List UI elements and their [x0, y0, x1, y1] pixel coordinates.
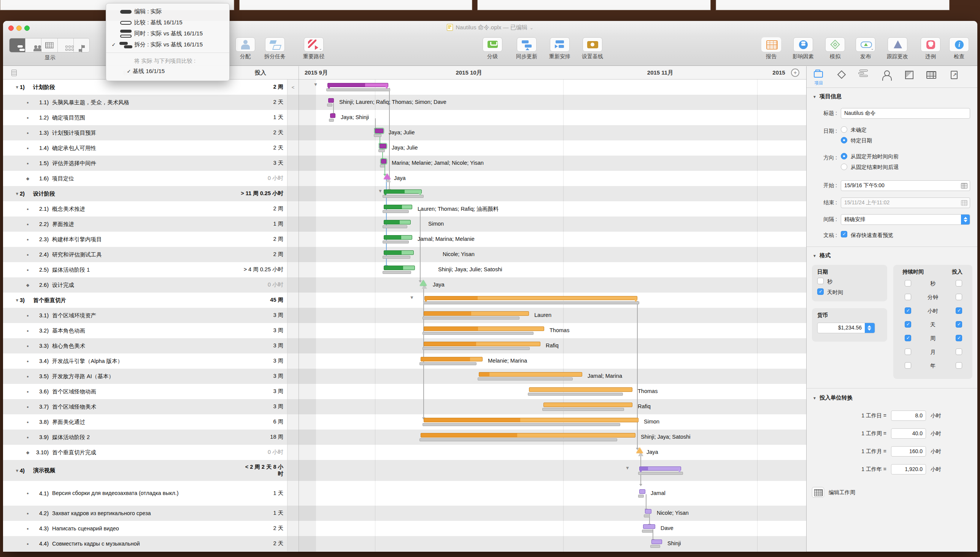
table-row[interactable]: •3.7)首个区域怪物美术3 周: [3, 399, 299, 414]
table-row[interactable]: •3.1)首个区域环境资产3 周: [3, 308, 299, 323]
duration-unit-checkbox[interactable]: [905, 280, 911, 287]
task-bar[interactable]: [424, 418, 639, 422]
duration-unit-checkbox[interactable]: [905, 335, 911, 341]
table-row[interactable]: ▼2)设计阶段> 11 周 0.25 小时: [3, 186, 299, 201]
toolbar-button-track-changes[interactable]: 跟踪更改: [879, 37, 916, 60]
table-row[interactable]: ▼4)演示视频< 2 周 2 天 8 小时: [3, 460, 299, 481]
table-row[interactable]: •3.4)开发战斗引擎（Alpha 版本）3 周: [3, 353, 299, 369]
task-bar[interactable]: [381, 159, 386, 164]
row-marker-icon[interactable]: •: [25, 160, 31, 167]
table-row[interactable]: •4.4)Совместить кадры с музыкальной2 天: [3, 536, 299, 551]
duration-unit-checkbox[interactable]: [905, 294, 911, 300]
granularity-popup[interactable]: 精确安排: [841, 214, 970, 225]
end-date-field[interactable]: 15/11/24 上午11:02: [841, 197, 970, 208]
table-row[interactable]: •3.8)界面美化通过6 周: [3, 414, 299, 430]
project-title-field[interactable]: Nautilus 命令: [841, 108, 970, 119]
task-bar[interactable]: [643, 524, 655, 529]
row-marker-icon[interactable]: ◆: [25, 283, 31, 288]
table-row[interactable]: •3.5)开发敌方寻路 AI（基本）3 周: [3, 369, 299, 384]
row-marker-icon[interactable]: •: [25, 404, 31, 410]
menu-item-baseline[interactable]: ✓基线 16/1/15: [106, 66, 229, 77]
row-marker-icon[interactable]: ◆: [25, 176, 31, 181]
table-row[interactable]: •1.2)确定项目范围1 天: [3, 110, 299, 125]
row-marker-icon[interactable]: •: [25, 358, 31, 365]
effort-conversion-header[interactable]: ▼投入单位转换: [813, 394, 977, 401]
task-bar[interactable]: [384, 189, 422, 194]
effort-unit-checkbox[interactable]: [956, 280, 962, 287]
edit-work-week-label[interactable]: 编辑工作周: [829, 489, 855, 496]
conversion-value-field[interactable]: 40.0: [891, 428, 926, 439]
row-marker-icon[interactable]: •: [25, 236, 31, 243]
date-format-checkbox[interactable]: [817, 288, 824, 295]
task-bar[interactable]: [384, 220, 411, 225]
table-row[interactable]: •4.1)Версия сборки для видеозахвата (отл…: [3, 481, 299, 506]
row-marker-icon[interactable]: ▼: [15, 468, 20, 473]
table-row[interactable]: •1.5)评估并选择中间件3 天: [3, 156, 299, 171]
effort-column-header[interactable]: 投入: [238, 69, 283, 77]
conversion-value-field[interactable]: 1,920.0: [891, 464, 926, 474]
row-marker-icon[interactable]: •: [25, 206, 31, 212]
task-bar[interactable]: [384, 205, 412, 209]
task-bar[interactable]: [529, 387, 632, 392]
effort-unit-checkbox[interactable]: [956, 321, 962, 327]
row-marker-icon[interactable]: •: [25, 388, 31, 395]
row-marker-icon[interactable]: •: [25, 343, 31, 349]
duration-unit-checkbox[interactable]: [905, 308, 911, 314]
table-row[interactable]: •4.2)Захват кадров из вертикального срез…: [3, 506, 299, 521]
row-marker-icon[interactable]: •: [25, 267, 31, 273]
conversion-value-field[interactable]: 160.0: [891, 446, 926, 456]
table-row[interactable]: ▼3)首个垂直切片45 周: [3, 293, 299, 308]
row-marker-icon[interactable]: •: [25, 490, 31, 497]
table-row[interactable]: •2.3)构建样本引擎内项目2 周: [3, 232, 299, 247]
row-marker-icon[interactable]: •: [25, 419, 31, 425]
row-marker-icon[interactable]: •: [25, 99, 31, 106]
date-specific-radio[interactable]: [841, 137, 847, 143]
row-marker-icon[interactable]: •: [25, 251, 31, 258]
toolbar-button-set-baseline[interactable]: 设置基线: [574, 37, 611, 60]
menu-item-1[interactable]: 编辑 : 实际: [106, 6, 229, 17]
edit-work-week-button[interactable]: [812, 487, 824, 498]
task-bar[interactable]: [424, 311, 529, 316]
task-bar[interactable]: [327, 83, 388, 87]
toolbar-button-critical-path[interactable]: ⌄重要路径: [296, 37, 332, 60]
effort-unit-checkbox[interactable]: [956, 308, 962, 314]
row-marker-icon[interactable]: •: [25, 373, 31, 380]
row-marker-icon[interactable]: •: [25, 313, 31, 319]
effort-unit-checkbox[interactable]: [956, 349, 962, 355]
row-marker-icon[interactable]: •: [25, 541, 31, 547]
table-row[interactable]: ◆2.6)设计完成0 小时: [3, 277, 299, 293]
task-bar[interactable]: [375, 129, 384, 133]
task-bar[interactable]: [543, 402, 632, 407]
task-bar[interactable]: [639, 466, 681, 471]
duration-unit-checkbox[interactable]: [905, 321, 911, 327]
task-bar[interactable]: [380, 144, 386, 148]
row-marker-icon[interactable]: •: [25, 221, 31, 228]
task-bar[interactable]: [421, 433, 635, 438]
project-info-header[interactable]: ▼项目信息: [813, 93, 977, 100]
table-row[interactable]: ◆3.10)首个垂直切片完成0 小时: [3, 445, 299, 460]
task-bar[interactable]: [384, 235, 412, 240]
table-row[interactable]: •2.2)界面推进1 周: [3, 217, 299, 232]
format-header[interactable]: ▼格式: [813, 252, 977, 259]
table-row[interactable]: •3.2)基本角色动画3 周: [3, 323, 299, 338]
table-row[interactable]: •1.1)头脑风暴主题，受众，美术风格2 天: [3, 95, 299, 110]
row-marker-icon[interactable]: ▼: [15, 298, 20, 303]
row-marker-icon[interactable]: •: [25, 114, 31, 121]
row-marker-icon[interactable]: •: [25, 327, 31, 334]
row-marker-icon[interactable]: ◆: [25, 450, 31, 455]
toolbar-button-reschedule[interactable]: 重新安排: [541, 37, 578, 60]
task-bar[interactable]: [328, 98, 334, 103]
task-bar[interactable]: [479, 372, 582, 377]
currency-format-dropdown[interactable]: $1,234.56: [817, 322, 875, 333]
tab-custom-data[interactable]: [925, 69, 938, 80]
tab-export[interactable]: [947, 69, 960, 80]
tab-milestones[interactable]: [835, 69, 848, 80]
calendar-icon[interactable]: [961, 200, 967, 206]
toolbar-button-sync-update[interactable]: 同步更新: [509, 37, 545, 60]
menu-item-3[interactable]: 同时 : 实际 vs 基线 16/1/15: [106, 28, 229, 39]
date-format-checkbox[interactable]: [817, 278, 824, 284]
duration-unit-checkbox[interactable]: [905, 362, 911, 369]
timeline-zoom-icon[interactable]: +: [791, 68, 800, 77]
table-row[interactable]: •4.3)Написать сценарий видео2 天: [3, 521, 299, 536]
table-row[interactable]: •3.9)媒体活动阶段 218 周: [3, 430, 299, 445]
